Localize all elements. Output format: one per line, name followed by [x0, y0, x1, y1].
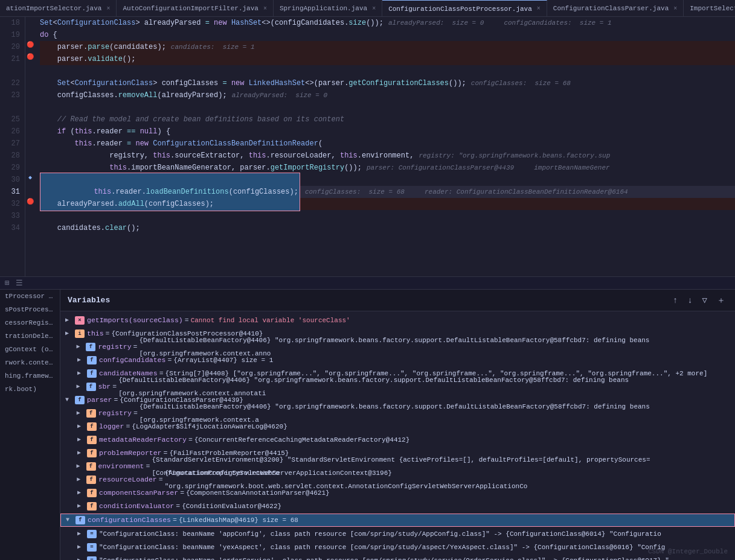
tab-0[interactable]: ationImportSelector.java ×: [0, 0, 117, 17]
tab-4[interactable]: ConfigurationClassParser.java ×: [547, 0, 684, 17]
code-line-33: [40, 210, 735, 222]
expand-problemreporter[interactable]: ▶: [77, 447, 87, 460]
code-line-25: // Read the model and create bean defini…: [40, 113, 735, 126]
list-icon[interactable]: ☰: [16, 278, 23, 288]
expand-conditionevaluator[interactable]: ▶: [77, 500, 87, 513]
var-eq-metadatareader: =: [188, 433, 193, 447]
filter-btn[interactable]: ▽: [700, 294, 710, 307]
sidebar-item-4[interactable]: gContext (org.sp..: [0, 343, 60, 356]
var-row-configurationclasses[interactable]: ▼ f configurationClasses = {LinkedHashMa…: [60, 514, 735, 527]
sidebar-item-7[interactable]: rk.boot): [0, 383, 60, 396]
breakpoint-21[interactable]: 🔴: [25, 53, 35, 60]
var-name-this: this: [87, 327, 104, 340]
var-row-cc6016[interactable]: ▶ = "ConfigurationClass: beanName 'yexAs…: [60, 541, 735, 554]
ln-blank1: [5, 65, 20, 77]
sidebar-item-2[interactable]: cessorRegistratio..: [0, 316, 60, 329]
var-name-parser: parser: [87, 393, 112, 407]
sidebar-item-0[interactable]: tProcessor (org..: [0, 290, 60, 303]
expand-metadatareader[interactable]: ▶: [77, 433, 87, 447]
sidebar-item-5[interactable]: rwork.context.sup..: [0, 356, 60, 369]
var-row-registry[interactable]: ▶ f registry = {DefaultListableBeanFacto…: [60, 340, 735, 354]
tab-2-close[interactable]: ×: [372, 5, 376, 12]
ln-20: 20: [5, 41, 20, 53]
tab-2[interactable]: SpringApplication.java ×: [274, 0, 382, 17]
var-icon-problemreporter: f: [87, 449, 97, 457]
tab-5[interactable]: ImportSelector.java ×: [684, 0, 735, 17]
tab-3[interactable]: ConfigurationClassPostProcessor.java ×: [382, 0, 547, 17]
breakpoint-32[interactable]: 🔴: [25, 198, 35, 205]
var-val-configurationclasses: {LinkedHashMap@4619} size = 68: [179, 514, 298, 527]
expand-configurationclasses[interactable]: ▼: [66, 514, 75, 527]
ln-18: 18: [5, 17, 20, 29]
tab-4-close[interactable]: ×: [673, 5, 677, 12]
var-row-metadatareader[interactable]: ▶ f metadataReaderFactory = {ConcurrentR…: [60, 433, 735, 447]
expand-resourceloader[interactable]: ▶: [77, 473, 86, 486]
var-row-conditionevaluator[interactable]: ▶ f conditionEvaluator = {ConditionEvalu…: [60, 500, 735, 513]
var-eq-componentscanparser: =: [180, 486, 184, 500]
var-icon-this: i: [75, 329, 85, 338]
bookmark-30[interactable]: ◆: [25, 174, 35, 181]
expand-configcandidates[interactable]: ▶: [77, 354, 87, 367]
up-arrow-btn[interactable]: ↑: [670, 294, 680, 307]
var-row-parser-registry[interactable]: ▶ f registry = {DefaultListableBeanFacto…: [60, 407, 735, 420]
ln-29: 29: [5, 162, 20, 174]
add-watch-btn[interactable]: ＋: [714, 294, 728, 307]
expand-registry[interactable]: ▶: [76, 340, 86, 354]
expand-cc6016[interactable]: ▶: [77, 541, 87, 554]
ln-31: 31: [5, 186, 20, 198]
tab-0-close[interactable]: ×: [106, 5, 110, 12]
var-row-sbr[interactable]: ▶ f sbr = {DefaultListableBeanFactory@44…: [60, 380, 735, 393]
tab-1[interactable]: AutoConfigurationImportFilter.java ×: [117, 0, 273, 17]
tab-1-close[interactable]: ×: [263, 5, 267, 12]
var-name-configurationclasses: configurationClasses: [88, 514, 171, 527]
var-row-0[interactable]: ▶ × getImports(sourceClass) = Cannot fin…: [60, 314, 735, 327]
var-icon-candidatenames: f: [87, 369, 97, 378]
var-val-metadatareader: {ConcurrentReferenceCachingMetadataReade…: [194, 433, 409, 447]
var-row-cc6014[interactable]: ▶ = "ConfigurationClass: beanName 'appCo…: [60, 527, 735, 541]
var-row-cc6017[interactable]: ▶ = "ConfigurationClass: beanName 'order…: [60, 554, 735, 560]
expand-parser-registry[interactable]: ▶: [77, 407, 86, 420]
code-line-18: Set<ConfigurationClass> alreadyParsed = …: [40, 17, 735, 29]
grid-icon[interactable]: ⊞: [5, 278, 10, 288]
header-actions: ↑ ↓ ▽ ＋: [670, 294, 728, 307]
var-eq-configcandidates: =: [167, 354, 172, 367]
expand-parser[interactable]: ▼: [65, 393, 75, 407]
code-content[interactable]: Set<ConfigurationClass> alreadyParsed = …: [37, 17, 735, 276]
code-line-19: do {: [40, 29, 735, 41]
expand-0[interactable]: ▶: [65, 314, 75, 327]
expand-environment[interactable]: ▶: [77, 460, 86, 473]
var-icon-sbr: f: [86, 383, 96, 391]
ln-34: 34: [5, 222, 20, 234]
expand-componentscanparser[interactable]: ▶: [77, 486, 87, 500]
line-numbers: 18 19 20 21 22 23 25 26 27 28 29 30 31 3…: [0, 17, 25, 276]
ln-28: 28: [5, 150, 20, 162]
expand-this[interactable]: ▶: [65, 327, 75, 340]
var-name-metadatareader: metadataReaderFactory: [99, 433, 187, 447]
down-arrow-btn[interactable]: ↓: [685, 294, 695, 307]
debug-panel: tProcessor (org.. sPostProcessor.. cesso…: [0, 290, 735, 560]
debug-divider: ⊞ ☰: [0, 276, 735, 290]
tab-3-close[interactable]: ×: [537, 5, 541, 12]
tab-5-label: ImportSelector.java: [690, 5, 735, 12]
ln-33: 33: [5, 210, 20, 222]
sidebar-item-3[interactable]: trationDelegate: [0, 329, 60, 343]
var-eq-parser: =: [114, 393, 118, 407]
expand-parser-logger[interactable]: ▶: [77, 420, 87, 433]
ln-25: 25: [5, 113, 20, 126]
var-name-parser-logger: logger: [99, 420, 124, 433]
code-line-22: Set<ConfigurationClass> configClasses = …: [40, 77, 735, 89]
var-row-resourceloader[interactable]: ▶ f resourceLoader = {AnnotationConfigSe…: [60, 473, 735, 486]
ln-22: 22: [5, 77, 20, 89]
var-icon-parser-logger: f: [87, 422, 97, 431]
code-line-26: if (this.reader == null) {: [40, 126, 735, 138]
expand-cc6017[interactable]: ▶: [77, 554, 87, 560]
code-line-21: parser.validate();: [40, 53, 735, 65]
tab-3-label: ConfigurationClassPostProcessor.java: [388, 5, 532, 13]
var-name-sbr: sbr: [98, 380, 111, 393]
sidebar-item-1[interactable]: sPostProcessor..: [0, 303, 60, 316]
sidebar-item-6[interactable]: hing.framework.b..: [0, 369, 60, 383]
expand-cc6014[interactable]: ▶: [77, 527, 87, 541]
expand-candidatenames[interactable]: ▶: [77, 367, 87, 380]
breakpoint-20[interactable]: 🔴: [25, 41, 35, 48]
expand-sbr[interactable]: ▶: [77, 380, 86, 393]
